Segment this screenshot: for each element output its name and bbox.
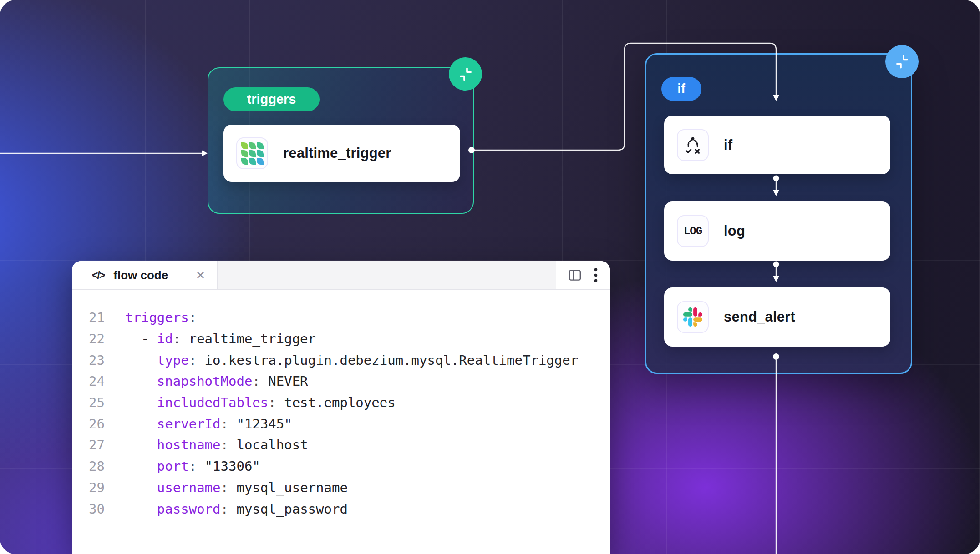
code-line: 29 username: mysql_username	[72, 477, 610, 499]
code-line: 30 password: mysql_password	[72, 498, 610, 519]
collapse-icon	[457, 66, 474, 82]
code-icon: </>	[92, 269, 104, 282]
tab-flow-code[interactable]: </> flow code ✕	[72, 261, 218, 289]
triggers-group[interactable]: triggers realtime_trigger	[208, 67, 474, 214]
node-if[interactable]: if	[664, 116, 890, 174]
code-line: 22 - id: realtime_trigger	[72, 328, 610, 350]
split-view-icon[interactable]	[568, 269, 582, 281]
collapse-if-button[interactable]	[885, 45, 919, 78]
code-line: 21triggers:	[72, 307, 610, 328]
code-panel-toolbar	[556, 261, 610, 289]
node-log[interactable]: LOG log	[664, 201, 890, 261]
code-line: 28 port: "13306"	[72, 456, 610, 477]
code-line: 24 snapshotMode: NEVER	[72, 371, 610, 392]
triggers-badge[interactable]: triggers	[223, 87, 320, 111]
if-group[interactable]: if if LOG log	[645, 53, 912, 374]
node-label: send_alert	[724, 309, 795, 325]
node-send-alert[interactable]: send_alert	[664, 287, 890, 347]
tab-label: flow code	[113, 268, 168, 282]
kebab-menu-icon[interactable]	[594, 267, 598, 283]
if-badge[interactable]: if	[661, 77, 701, 101]
node-realtime-trigger[interactable]: realtime_trigger	[223, 125, 460, 182]
code-line: 27 hostname: localhost	[72, 434, 610, 456]
node-label: if	[724, 137, 732, 153]
collapse-triggers-button[interactable]	[449, 57, 482, 91]
log-icon: LOG	[677, 215, 709, 247]
collapse-icon	[894, 54, 910, 70]
workflow-canvas[interactable]: triggers realtime_trigger if	[0, 0, 980, 554]
close-icon[interactable]: ✕	[196, 269, 205, 282]
code-line: 23 type: io.kestra.plugin.debezium.mysql…	[72, 349, 610, 371]
slack-icon	[677, 301, 709, 333]
node-label: log	[724, 223, 745, 239]
node-label: realtime_trigger	[283, 145, 391, 161]
code-panel-header: </> flow code ✕	[72, 261, 610, 290]
log-icon-text: LOG	[684, 225, 702, 237]
decision-icon	[677, 129, 709, 161]
debezium-icon	[236, 137, 268, 169]
flow-code-panel: </> flow code ✕ 21triggers:22 - id: real…	[72, 261, 610, 554]
code-line: 25 includedTables: test.employees	[72, 392, 610, 413]
code-line: 26 serverId: "12345"	[72, 413, 610, 434]
code-editor[interactable]: 21triggers:22 - id: realtime_trigger23 t…	[72, 290, 610, 554]
